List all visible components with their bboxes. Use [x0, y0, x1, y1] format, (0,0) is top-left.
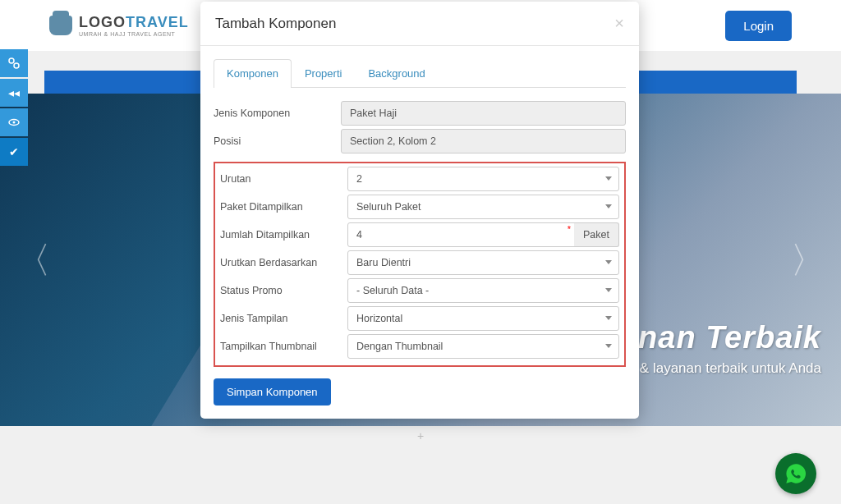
label-urutkan-berdasarkan: Urutkan Berdasarkan [220, 250, 347, 275]
label-status-promo: Status Promo [220, 278, 347, 303]
addon-paket: Paket [574, 222, 619, 247]
modal-tabs: Komponen Properti Background [214, 59, 626, 88]
modal-backdrop: Tambah Komponen × Komponen Properti Back… [0, 0, 841, 504]
select-status-promo[interactable]: - Seluruh Data - [347, 278, 619, 303]
input-jenis-komponen [341, 101, 626, 126]
tab-komponen[interactable]: Komponen [214, 59, 292, 88]
label-jumlah-ditampilkan: Jumlah Ditampilkan [220, 222, 347, 247]
select-urutan[interactable]: 2 [347, 167, 619, 191]
input-jumlah-ditampilkan[interactable] [347, 222, 576, 247]
modal-close-button[interactable]: × [614, 14, 624, 33]
label-urutan: Urutan [220, 167, 347, 191]
tab-background[interactable]: Background [355, 59, 438, 87]
add-component-modal: Tambah Komponen × Komponen Properti Back… [200, 2, 639, 419]
label-paket-ditampilkan: Paket Ditampilkan [220, 195, 347, 219]
label-tampilkan-thumbnail: Tampilkan Thumbnail [220, 334, 347, 359]
tab-properti[interactable]: Properti [292, 59, 356, 87]
label-jenis-komponen: Jenis Komponen [214, 99, 341, 127]
required-asterisk: * [568, 224, 571, 234]
select-jenis-tampilan[interactable]: Horizontal [347, 306, 619, 331]
input-posisi [341, 129, 626, 153]
select-paket-ditampilkan[interactable]: Seluruh Paket [347, 195, 619, 219]
modal-title: Tambah Komponen [215, 16, 336, 32]
label-posisi: Posisi [214, 127, 341, 155]
highlighted-fields-frame: Urutan 2 Paket Ditampilkan Seluruh Paket [214, 162, 626, 367]
select-urutkan-berdasarkan[interactable]: Baru Dientri [347, 250, 619, 275]
simpan-komponen-button[interactable]: Simpan Komponen [214, 378, 331, 405]
select-tampilkan-thumbnail[interactable]: Dengan Thumbnail [347, 334, 619, 359]
label-jenis-tampilan: Jenis Tampilan [220, 306, 347, 331]
